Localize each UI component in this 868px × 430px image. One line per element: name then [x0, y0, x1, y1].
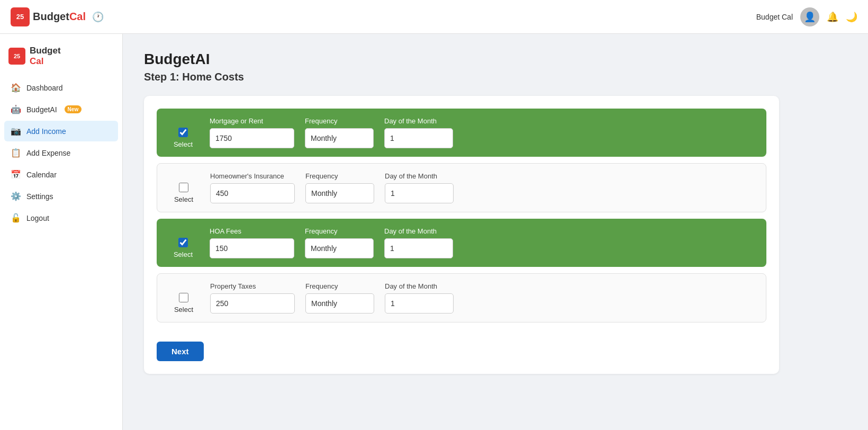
content-area: BudgetAI Step 1: Home Costs Select Mortg…	[123, 34, 868, 430]
sidebar-item-add-income[interactable]: 📷 Add Income	[4, 121, 118, 141]
sidebar-logo: 25 BudgetCal	[0, 39, 122, 77]
field-group-hoa-amount: HOA Fees	[210, 227, 294, 258]
field-group-property-tax-frequency: Frequency	[305, 282, 374, 313]
property-tax-amount-input[interactable]	[210, 293, 295, 313]
field-group-mortgage-frequency: Frequency	[305, 117, 374, 148]
bell-icon[interactable]: 🔔	[827, 11, 838, 23]
sidebar-item-calendar[interactable]: 📅 Calendar	[4, 164, 118, 185]
checkbox-hoa[interactable]	[178, 238, 188, 247]
sidebar-item-label: Add Expense	[26, 149, 70, 157]
checkbox-homeowner[interactable]	[179, 183, 188, 192]
expense-row-property-tax: Select Property Taxes Frequency Day of t…	[157, 273, 766, 322]
sidebar-item-label: Dashboard	[26, 84, 63, 92]
hoa-label: HOA Fees	[210, 227, 294, 235]
sidebar: 25 BudgetCal 🏠 Dashboard 🤖 BudgetAI New …	[0, 34, 123, 430]
mortgage-day-label: Day of the Month	[384, 117, 453, 125]
avatar: 👤	[800, 7, 819, 26]
sidebar-item-settings[interactable]: ⚙️ Settings	[4, 186, 118, 207]
budgetai-icon: 🤖	[11, 104, 21, 114]
page-subtitle: Step 1: Home Costs	[144, 71, 847, 83]
calendar-icon: 📅	[11, 169, 21, 180]
hoa-frequency-label: Frequency	[305, 227, 374, 235]
sidebar-item-logout[interactable]: 🔓 Logout	[4, 208, 118, 228]
mortgage-label: Mortgage or Rent	[210, 117, 294, 125]
homeowner-day-label: Day of the Month	[385, 172, 454, 180]
select-label-homeowner: Select	[174, 195, 193, 203]
header-username: Budget Cal	[756, 13, 793, 21]
mortgage-amount-input[interactable]	[210, 128, 294, 148]
sidebar-item-label: Add Income	[26, 127, 66, 136]
sidebar-item-label: Calendar	[26, 171, 57, 179]
page-title: BudgetAI	[144, 51, 847, 68]
property-tax-frequency-label: Frequency	[305, 282, 374, 290]
checkbox-mortgage[interactable]	[178, 128, 188, 137]
new-badge: New	[65, 105, 82, 113]
sidebar-item-budgetai[interactable]: 🤖 BudgetAI New	[4, 99, 118, 120]
select-label-mortgage: Select	[174, 140, 193, 148]
select-label-hoa: Select	[174, 250, 193, 258]
add-income-icon: 📷	[11, 126, 21, 136]
hoa-amount-input[interactable]	[210, 238, 294, 258]
dashboard-icon: 🏠	[11, 83, 21, 93]
field-group-hoa-frequency: Frequency	[305, 227, 374, 258]
field-group-homeowner-day: Day of the Month	[385, 172, 454, 203]
header-left: 25 BudgetCal 🕐	[11, 7, 104, 26]
select-area-mortgage: Select	[167, 128, 199, 148]
property-tax-day-label: Day of the Month	[385, 282, 454, 290]
settings-icon: ⚙️	[11, 191, 21, 201]
header-logo-text: BudgetCal	[33, 11, 86, 23]
field-group-mortgage-amount: Mortgage or Rent	[210, 117, 294, 148]
property-tax-label: Property Taxes	[210, 282, 295, 290]
select-area-homeowner: Select	[168, 183, 200, 203]
homeowner-frequency-label: Frequency	[305, 172, 374, 180]
field-group-property-tax-day: Day of the Month	[385, 282, 454, 313]
sidebar-item-label: BudgetAI	[26, 105, 57, 114]
mortgage-day-input[interactable]	[384, 128, 453, 148]
form-card: Select Mortgage or Rent Frequency Day of…	[144, 96, 779, 374]
expense-row-hoa: Select HOA Fees Frequency Day of the Mon…	[157, 219, 766, 267]
checkbox-property-tax[interactable]	[179, 293, 188, 302]
field-group-homeowner-amount: Homeowner's Insurance	[210, 172, 295, 203]
homeowner-amount-input[interactable]	[210, 183, 295, 203]
hoa-frequency-input[interactable]	[305, 238, 374, 258]
field-group-property-tax-amount: Property Taxes	[210, 282, 295, 313]
homeowner-label: Homeowner's Insurance	[210, 172, 295, 180]
sidebar-logo-icon: 25	[8, 48, 25, 65]
logout-icon: 🔓	[11, 213, 21, 223]
hoa-day-input[interactable]	[384, 238, 453, 258]
header-right: Budget Cal 👤 🔔 🌙	[756, 7, 857, 26]
homeowner-frequency-input[interactable]	[305, 183, 374, 203]
property-tax-day-input[interactable]	[385, 293, 454, 313]
next-button[interactable]: Next	[157, 342, 204, 361]
field-group-hoa-day: Day of the Month	[384, 227, 453, 258]
mortgage-frequency-input[interactable]	[305, 128, 374, 148]
select-area-hoa: Select	[167, 238, 199, 258]
select-area-property-tax: Select	[168, 293, 200, 313]
sidebar-logo-text: BudgetCal	[30, 46, 61, 67]
hoa-day-label: Day of the Month	[384, 227, 453, 235]
sidebar-item-label: Settings	[26, 192, 53, 201]
dark-mode-icon[interactable]: 🌙	[846, 11, 857, 23]
property-tax-frequency-input[interactable]	[305, 293, 374, 313]
field-group-mortgage-day: Day of the Month	[384, 117, 453, 148]
clock-icon[interactable]: 🕐	[92, 11, 104, 23]
sidebar-nav: 🏠 Dashboard 🤖 BudgetAI New 📷 Add Income …	[0, 77, 122, 228]
main-layout: 25 BudgetCal 🏠 Dashboard 🤖 BudgetAI New …	[0, 34, 868, 430]
expense-row-mortgage: Select Mortgage or Rent Frequency Day of…	[157, 109, 766, 157]
homeowner-day-input[interactable]	[385, 183, 454, 203]
field-group-homeowner-frequency: Frequency	[305, 172, 374, 203]
header-logo-icon: 25	[11, 7, 30, 26]
select-label-property-tax: Select	[174, 306, 193, 313]
sidebar-item-dashboard[interactable]: 🏠 Dashboard	[4, 77, 118, 98]
expense-row-homeowner: Select Homeowner's Insurance Frequency D…	[157, 163, 766, 212]
sidebar-item-label: Logout	[26, 214, 49, 222]
sidebar-item-add-expense[interactable]: 📋 Add Expense	[4, 142, 118, 163]
header-logo: 25 BudgetCal	[11, 7, 86, 26]
top-header: 25 BudgetCal 🕐 Budget Cal 👤 🔔 🌙	[0, 0, 868, 34]
mortgage-frequency-label: Frequency	[305, 117, 374, 125]
add-expense-icon: 📋	[11, 148, 21, 158]
